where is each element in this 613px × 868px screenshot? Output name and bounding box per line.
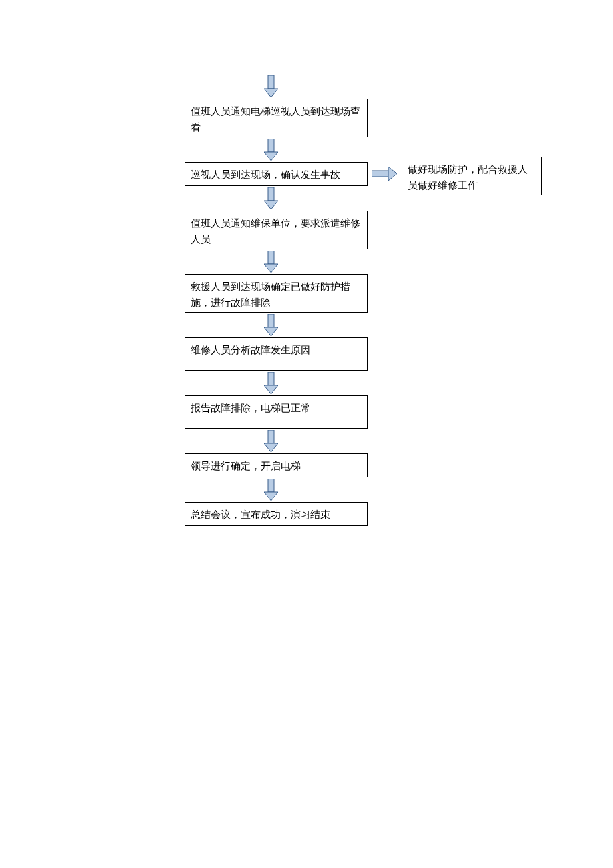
- svg-marker-15: [264, 443, 278, 452]
- flow-node-6: 报告故障排除，电梯已正常: [185, 395, 368, 429]
- arrow-down-icon: [264, 75, 278, 97]
- svg-marker-17: [264, 492, 278, 501]
- svg-marker-5: [388, 167, 397, 181]
- flow-node-2-text: 巡视人员到达现场，确认发生事故: [191, 169, 340, 180]
- flow-node-8-text: 总结会议，宣布成功，演习结束: [191, 509, 330, 520]
- flow-node-1-text: 值班人员通知电梯巡视人员到达现场查看: [191, 106, 360, 133]
- flow-node-2: 巡视人员到达现场，确认发生事故: [185, 162, 368, 186]
- flow-node-7-text: 领导进行确定，开启电梯: [191, 461, 301, 471]
- svg-rect-16: [268, 479, 274, 492]
- svg-rect-0: [268, 75, 274, 89]
- flow-node-side: 做好现场防护，配合救援人员做好维修工作: [402, 157, 542, 195]
- flow-node-5: 维修人员分析故障发生原因: [185, 337, 368, 371]
- arrow-down-icon: [264, 139, 278, 161]
- arrow-down-icon: [264, 372, 278, 394]
- arrow-down-icon: [264, 187, 278, 209]
- svg-rect-2: [268, 139, 274, 152]
- arrow-down-icon: [264, 479, 278, 501]
- svg-marker-3: [264, 152, 278, 161]
- flow-node-7: 领导进行确定，开启电梯: [185, 453, 368, 477]
- flow-node-4-text: 救援人员到达现场确定已做好防护措施，进行故障排除: [191, 281, 350, 308]
- arrow-down-icon: [264, 251, 278, 273]
- flow-node-side-text: 做好现场防护，配合救援人员做好维修工作: [408, 164, 528, 191]
- svg-rect-10: [268, 314, 274, 327]
- arrow-right-icon: [372, 167, 397, 181]
- arrow-down-icon: [264, 314, 278, 336]
- flow-node-5-text: 维修人员分析故障发生原因: [191, 345, 310, 355]
- flow-node-3-text: 值班人员通知维保单位，要求派遣维修人员: [191, 218, 360, 245]
- svg-rect-6: [268, 187, 274, 201]
- flow-node-8: 总结会议，宣布成功，演习结束: [185, 502, 368, 526]
- svg-marker-13: [264, 385, 278, 394]
- flow-node-4: 救援人员到达现场确定已做好防护措施，进行故障排除: [185, 274, 368, 313]
- svg-marker-1: [264, 89, 278, 97]
- svg-rect-12: [268, 372, 274, 385]
- arrow-down-icon: [264, 430, 278, 452]
- svg-rect-4: [372, 171, 388, 177]
- svg-rect-8: [268, 251, 274, 264]
- flow-node-3: 值班人员通知维保单位，要求派遣维修人员: [185, 211, 368, 249]
- svg-marker-11: [264, 327, 278, 336]
- svg-marker-9: [264, 264, 278, 273]
- svg-rect-14: [268, 430, 274, 443]
- flow-node-1: 值班人员通知电梯巡视人员到达现场查看: [185, 99, 368, 137]
- flow-node-6-text: 报告故障排除，电梯已正常: [191, 403, 310, 413]
- svg-marker-7: [264, 201, 278, 209]
